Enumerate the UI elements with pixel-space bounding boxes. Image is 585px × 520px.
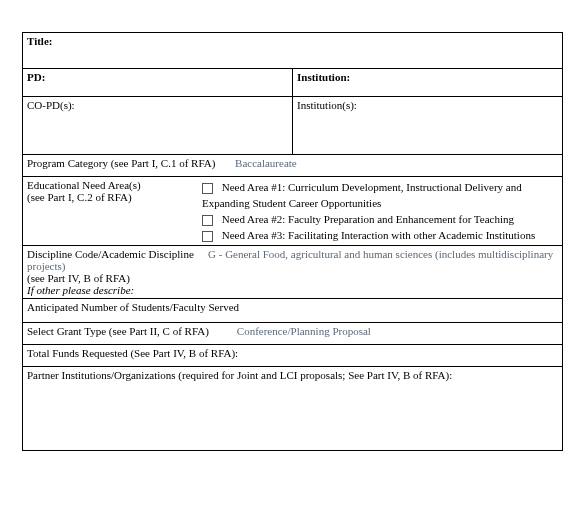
need-area-checkbox-1[interactable] <box>202 183 213 194</box>
form-table: Title: PD: Institution: CO-PD(s): Instit… <box>22 32 563 451</box>
pd-cell[interactable]: PD: <box>23 69 293 97</box>
need-area-checkbox-3[interactable] <box>202 231 213 242</box>
program-category-value: Baccalaureate <box>229 157 297 169</box>
need-area-text-2: Need Area #2: Faculty Preparation and En… <box>222 213 514 225</box>
grant-type-value: Conference/Planning Proposal <box>231 325 371 337</box>
need-area-line1: Educational Need Area(s) <box>27 179 141 191</box>
need-area-row-2: Need Area #2: Faculty Preparation and En… <box>202 211 558 227</box>
title-label: Title: <box>27 35 52 47</box>
grant-type-label: Select Grant Type (see Part II, C of RFA… <box>27 325 209 337</box>
need-area-options: Need Area #1: Curriculum Development, In… <box>198 177 562 245</box>
program-category-label: Program Category (see Part I, C.1 of RFA… <box>27 157 215 169</box>
copd-cell[interactable]: CO-PD(s): <box>23 97 293 155</box>
pd-label: PD: <box>27 71 45 83</box>
need-area-checkbox-2[interactable] <box>202 215 213 226</box>
institution-label: Institution: <box>297 71 350 83</box>
program-category-cell[interactable]: Program Category (see Part I, C.1 of RFA… <box>23 155 563 177</box>
need-area-cell: Educational Need Area(s) (see Part I, C.… <box>23 177 563 246</box>
need-area-row-1: Need Area #1: Curriculum Development, In… <box>202 179 558 211</box>
institution-cell[interactable]: Institution: <box>293 69 563 97</box>
form-container: Title: PD: Institution: CO-PD(s): Instit… <box>0 0 585 461</box>
discipline-line1: Discipline Code/Academic Discipline <box>27 248 194 260</box>
anticipated-cell[interactable]: Anticipated Number of Students/Faculty S… <box>23 299 563 323</box>
discipline-line2: (see Part IV, B of RFA) <box>27 272 558 284</box>
partner-label: Partner Institutions/Organizations (requ… <box>27 369 452 381</box>
title-cell[interactable]: Title: <box>23 33 563 69</box>
need-area-row-3: Need Area #3: Facilitating Interaction w… <box>202 227 558 243</box>
need-area-text-3: Need Area #3: Facilitating Interaction w… <box>222 229 535 241</box>
total-funds-cell[interactable]: Total Funds Requested (See Part IV, B of… <box>23 345 563 367</box>
institutions-label: Institution(s): <box>297 99 357 111</box>
need-area-side: Educational Need Area(s) (see Part I, C.… <box>23 177 198 245</box>
total-funds-label: Total Funds Requested (See Part IV, B of… <box>27 347 238 359</box>
need-area-text-1: Need Area #1: Curriculum Development, In… <box>202 181 522 209</box>
institutions-cell[interactable]: Institution(s): <box>293 97 563 155</box>
grant-type-cell[interactable]: Select Grant Type (see Part II, C of RFA… <box>23 323 563 345</box>
partner-cell[interactable]: Partner Institutions/Organizations (requ… <box>23 367 563 451</box>
copd-label: CO-PD(s): <box>27 99 75 111</box>
anticipated-label: Anticipated Number of Students/Faculty S… <box>27 301 239 313</box>
discipline-other: If other please describe: <box>27 284 558 296</box>
discipline-cell[interactable]: Discipline Code/Academic Discipline G - … <box>23 246 563 299</box>
need-area-line2: (see Part I, C.2 of RFA) <box>27 191 132 203</box>
